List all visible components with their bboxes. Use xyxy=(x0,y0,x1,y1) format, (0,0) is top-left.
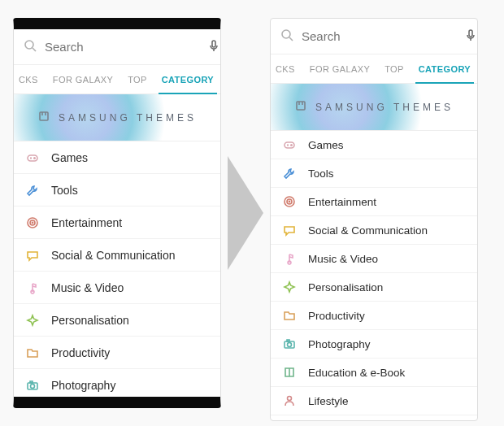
phone-before: CKSFOR GALAXYTOPCATEGORYGEAR SAMSUNG THE… xyxy=(13,18,221,408)
tab-category[interactable]: CATEGORY xyxy=(417,54,472,83)
gamepad-icon xyxy=(282,138,297,151)
target-icon xyxy=(282,195,297,208)
category-row-entertainment[interactable]: Entertainment xyxy=(14,206,220,239)
camera-icon xyxy=(25,379,40,392)
folder-icon xyxy=(282,309,297,322)
theme-icon xyxy=(37,110,50,125)
category-row-productivity[interactable]: Productivity xyxy=(271,302,477,330)
category-row-games[interactable]: Games xyxy=(14,141,220,174)
category-label: Entertainment xyxy=(51,216,122,229)
search-input[interactable] xyxy=(302,29,456,43)
target-icon xyxy=(25,216,40,229)
category-row-games[interactable]: Games xyxy=(271,131,477,159)
search-input[interactable] xyxy=(45,40,199,54)
camera-icon xyxy=(282,337,297,350)
category-label: Social & Communication xyxy=(51,249,176,262)
wrench-icon xyxy=(25,184,40,197)
wrench-icon xyxy=(282,167,297,180)
arrow-divider xyxy=(221,18,270,408)
tabs: CKSFOR GALAXYTOPCATEGORYGEAR xyxy=(271,54,477,84)
search-bar xyxy=(271,19,477,54)
tab-category[interactable]: CATEGORY xyxy=(160,65,215,93)
category-label: Music & Video xyxy=(308,253,378,265)
category-label: Education & e-Book xyxy=(308,367,405,379)
search-icon[interactable] xyxy=(24,39,37,55)
category-row-lifestyle[interactable]: Lifestyle xyxy=(271,387,477,415)
phone-after: CKSFOR GALAXYTOPCATEGORYGEAR SAMSUNG THE… xyxy=(270,18,478,421)
category-row-social-communication[interactable]: Social & Communication xyxy=(271,216,477,245)
chat-icon xyxy=(282,224,297,237)
category-row-tools[interactable]: Tools xyxy=(271,159,477,188)
themes-banner[interactable]: SAMSUNG THEMES xyxy=(14,94,220,141)
category-row-social-communication[interactable]: Social & Communication xyxy=(14,239,220,272)
category-list: GamesToolsEntertainmentSocial & Communic… xyxy=(14,141,220,408)
search-bar xyxy=(14,29,220,65)
gamepad-icon xyxy=(25,151,40,164)
tab-cks[interactable]: CKS xyxy=(274,54,297,83)
book-icon xyxy=(282,366,297,379)
category-label: Personalisation xyxy=(51,314,129,327)
tab-for-galaxy[interactable]: FOR GALAXY xyxy=(308,54,371,83)
category-list: GamesToolsEntertainmentSocial & Communic… xyxy=(271,131,477,415)
category-row-music-video[interactable]: Music & Video xyxy=(271,245,477,273)
note-icon xyxy=(282,252,297,265)
category-row-tools[interactable]: Tools xyxy=(14,174,220,206)
arrow-right-icon xyxy=(228,156,263,270)
category-row-personalisation[interactable]: Personalisation xyxy=(271,273,477,302)
sparkle-icon xyxy=(282,280,297,293)
category-label: Music & Video xyxy=(51,281,124,294)
category-label: Social & Communication xyxy=(308,224,428,237)
category-label: Entertainment xyxy=(308,196,376,208)
tab-cks[interactable]: CKS xyxy=(17,65,40,93)
category-label: Lifestyle xyxy=(308,395,349,407)
category-row-music-video[interactable]: Music & Video xyxy=(14,272,220,304)
tab-top[interactable]: TOP xyxy=(383,54,406,83)
category-row-photography[interactable]: Photography xyxy=(271,330,477,359)
person-icon xyxy=(282,394,297,407)
theme-icon xyxy=(294,99,307,115)
chat-icon xyxy=(25,249,40,262)
mic-icon[interactable] xyxy=(464,28,477,45)
banner-title: SAMSUNG THEMES xyxy=(315,102,454,113)
category-row-entertainment[interactable]: Entertainment xyxy=(271,188,477,216)
category-label: Games xyxy=(308,139,344,151)
category-row-education-e-book[interactable]: Education & e-Book xyxy=(271,359,477,387)
category-row-education-e-book[interactable]: Education & e-Book xyxy=(14,402,220,408)
category-row-personalisation[interactable]: Personalisation xyxy=(14,304,220,337)
mic-icon[interactable] xyxy=(207,39,220,55)
tabs: CKSFOR GALAXYTOPCATEGORYGEAR xyxy=(14,65,220,94)
category-label: Productivity xyxy=(51,346,110,359)
category-label: Photography xyxy=(51,379,115,392)
category-label: Games xyxy=(51,151,88,164)
note-icon xyxy=(25,281,40,294)
category-label: Tools xyxy=(308,167,334,180)
category-label: Tools xyxy=(51,184,78,197)
category-row-photography[interactable]: Photography xyxy=(14,369,220,402)
category-row-productivity[interactable]: Productivity xyxy=(14,337,220,369)
themes-banner[interactable]: SAMSUNG THEMES xyxy=(271,84,477,131)
folder-icon xyxy=(25,346,40,359)
tab-top[interactable]: TOP xyxy=(126,65,149,93)
sparkle-icon xyxy=(25,314,40,327)
tab-for-galaxy[interactable]: FOR GALAXY xyxy=(51,65,115,93)
category-label: Productivity xyxy=(308,310,365,322)
banner-title: SAMSUNG THEMES xyxy=(59,112,197,124)
category-label: Personalisation xyxy=(308,281,383,293)
search-icon[interactable] xyxy=(280,28,293,45)
category-label: Photography xyxy=(308,338,371,350)
